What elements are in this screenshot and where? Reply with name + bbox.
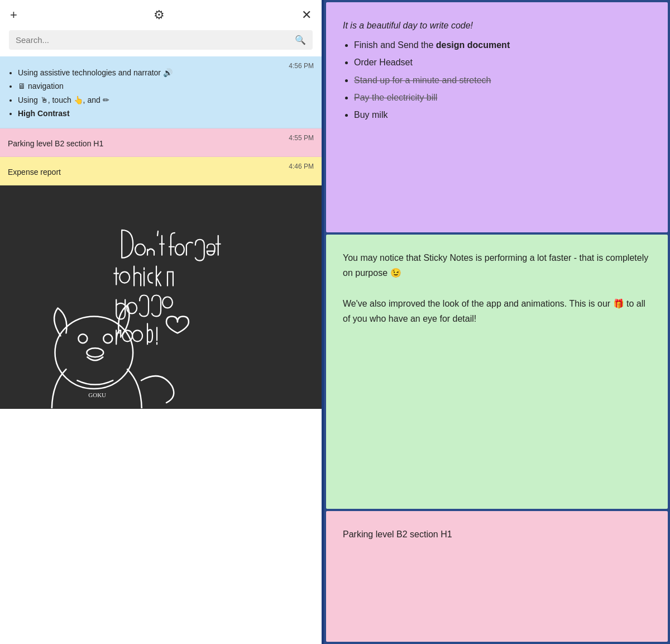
right-panel: It is a beautiful day to write code! Fin… <box>324 0 670 644</box>
note-content-pink: Parking level B2 section H1 <box>8 135 314 150</box>
note-green[interactable]: You may notice that Sticky Notes is perf… <box>326 235 668 509</box>
search-bar[interactable]: 🔍 <box>9 30 313 50</box>
add-button[interactable]: + <box>10 8 17 22</box>
note-time-pink: 4:55 PM <box>289 134 314 142</box>
green-para-2: We've also improved the look of the app … <box>343 296 651 326</box>
left-panel: + ⚙ ✕ 🔍 4:56 PM Using assistive technolo… <box>0 0 324 644</box>
close-button[interactable]: ✕ <box>302 8 312 22</box>
item-stretch: Stand up for a minute and stretech <box>354 75 491 85</box>
note-pink[interactable]: 4:55 PM Parking level B2 section H1 <box>0 128 322 157</box>
note-blue[interactable]: 4:56 PM Using assistive technologies and… <box>0 56 322 128</box>
note-pink-right[interactable]: Parking level B2 section H1 <box>326 511 668 642</box>
note-purple[interactable]: It is a beautiful day to write code! Fin… <box>326 2 668 232</box>
search-input[interactable] <box>16 35 295 45</box>
sketch-drawing: GOKU ? <box>0 185 322 408</box>
svg-text:GOKU: GOKU <box>88 392 106 398</box>
toolbar: + ⚙ ✕ <box>0 0 322 30</box>
item-headset: Order Headset <box>354 58 413 67</box>
purple-header: It is a beautiful day to write code! <box>343 18 651 33</box>
svg-rect-0 <box>5 185 317 408</box>
search-icon: 🔍 <box>295 35 306 45</box>
item-milk: Buy milk <box>354 110 387 120</box>
item-bill: Pay the electricity bill <box>354 93 437 102</box>
green-para-1: You may notice that Sticky Notes is perf… <box>343 250 651 280</box>
notes-list: 4:56 PM Using assistive technologies and… <box>0 56 322 644</box>
note-content-blue: Using assistive technologies and narrato… <box>8 63 314 120</box>
note-time-blue: 4:56 PM <box>289 62 314 70</box>
pink-right-text: Parking level B2 section H1 <box>343 527 651 542</box>
note-content-yellow: Expense report <box>8 164 314 178</box>
settings-button[interactable]: ⚙ <box>154 8 165 22</box>
note-yellow[interactable]: 4:46 PM Expense report <box>0 157 322 185</box>
item-design: Finish and Send the design document <box>354 40 510 50</box>
note-dark[interactable]: 4:40 PM <box>0 185 322 409</box>
note-time-yellow: 4:46 PM <box>289 163 314 170</box>
purple-list: Finish and Send the design document Orde… <box>343 37 651 122</box>
